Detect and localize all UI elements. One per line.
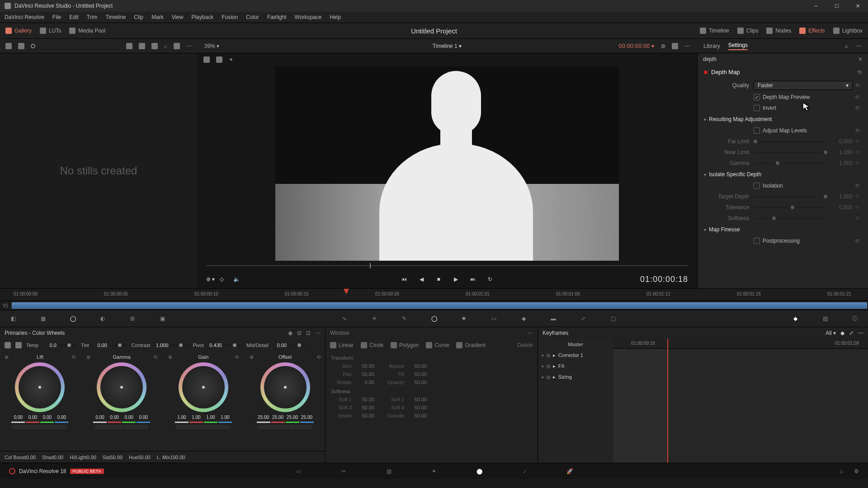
fusion-page-icon[interactable]: ✦	[429, 467, 439, 476]
edit-page-icon[interactable]: ▤	[384, 467, 393, 476]
wheel-channel-value[interactable]: 0.00	[108, 415, 121, 420]
isolation-reset-icon[interactable]: ⟲	[853, 183, 862, 189]
sf-value[interactable]: 50.00	[407, 405, 427, 410]
motion-effects-icon[interactable]: ▣	[158, 314, 166, 323]
adjust-value[interactable]: 50.00	[110, 455, 123, 460]
settings-tab[interactable]: Settings	[728, 42, 748, 50]
shape-linear[interactable]: Linear	[330, 342, 354, 348]
wheel-channel-value[interactable]: 0.00	[26, 415, 39, 420]
adjust-value[interactable]: 0.00	[270, 343, 287, 348]
minimize-button[interactable]: ─	[806, 0, 826, 12]
bypass-all-icon[interactable]: ⊘	[661, 43, 665, 49]
adjust-slider[interactable]	[224, 345, 242, 346]
magic-mask-icon[interactable]: ▭	[490, 314, 498, 323]
kf-tree-row[interactable]: ●◇▸Sizing	[538, 371, 613, 382]
adjust-slider[interactable]	[288, 345, 307, 346]
wheels-more-icon[interactable]: ⋯	[315, 330, 321, 336]
menu-item[interactable]: Timeline	[105, 14, 126, 20]
tf-value[interactable]: 50.00	[407, 380, 427, 385]
target-depth-slider[interactable]	[754, 196, 827, 197]
loop-button[interactable]: ↻	[486, 275, 495, 284]
deliver-page-icon[interactable]: 🚀	[565, 467, 574, 476]
warper-icon[interactable]: ✳	[370, 314, 378, 323]
menu-item[interactable]: View	[172, 14, 184, 20]
wheel-reset-icon[interactable]: ⟲	[235, 354, 239, 360]
wheel-channel-value[interactable]: 0.00	[137, 415, 150, 420]
quality-reset-icon[interactable]: ⟲	[853, 82, 862, 89]
expand-icon[interactable]	[174, 43, 180, 49]
maximize-button[interactable]: ☐	[826, 0, 847, 12]
wheel-channel-value[interactable]: 25.00	[286, 415, 299, 420]
postprocessing-checkbox[interactable]	[754, 238, 760, 244]
quality-select[interactable]: Faster▾	[754, 81, 853, 90]
kf-tree-row[interactable]: Master	[538, 339, 613, 350]
shape-circle[interactable]: Circle	[361, 342, 383, 348]
cut-page-icon[interactable]: ✂	[339, 467, 348, 476]
tf-value[interactable]: 50.00	[407, 371, 427, 377]
home-icon[interactable]: ⌂	[840, 468, 843, 474]
sf-value[interactable]: 50.00	[354, 397, 374, 402]
depth-preview-checkbox[interactable]	[754, 94, 760, 100]
timeline-toggle[interactable]: Timeline	[700, 28, 729, 34]
adjust-slider[interactable]	[58, 345, 76, 346]
media-page-icon[interactable]: ▭	[294, 467, 303, 476]
hdr-icon[interactable]: ◐	[99, 314, 107, 323]
wheel-channel-value[interactable]: 0.00	[93, 415, 107, 420]
inspector-more-icon[interactable]: ⋯	[856, 43, 862, 49]
adjust-value[interactable]: 0.00	[26, 455, 36, 460]
scopes-icon[interactable]: ▤	[821, 314, 829, 323]
isolation-checkbox[interactable]	[754, 183, 760, 189]
auto-balance-icon[interactable]	[5, 342, 11, 348]
viewer-canvas[interactable]	[197, 66, 697, 261]
gallery-toggle[interactable]: Gallery	[5, 28, 32, 34]
viewer-timecode[interactable]: 01:00:00:18	[640, 275, 688, 284]
prev-frame-button[interactable]: ◀	[417, 275, 426, 284]
wheels-mode-1-icon[interactable]: ◉	[288, 330, 292, 336]
adjust-levels-checkbox[interactable]	[754, 127, 760, 134]
viewer-more-icon[interactable]: ⋯	[684, 43, 690, 49]
3d-icon[interactable]: ▢	[609, 314, 617, 323]
mute-icon[interactable]: 🔈	[233, 276, 240, 282]
curves-icon[interactable]: ∿	[340, 314, 349, 323]
wheel-channel-value[interactable]: 1.00	[189, 415, 203, 420]
keyframes-icon[interactable]: ◆	[791, 314, 799, 323]
list-view-icon[interactable]	[151, 43, 158, 49]
menu-item[interactable]: Fusion	[222, 14, 238, 20]
adjust-value[interactable]: 0.435	[206, 343, 222, 348]
play-button[interactable]: ▶	[451, 275, 460, 284]
wheel-picker-icon[interactable]: ⊕	[86, 354, 90, 360]
keyframes-filter[interactable]: All ▾	[826, 330, 836, 336]
menu-item[interactable]: Playback	[191, 14, 213, 20]
next-frame-button[interactable]: ⏭	[468, 275, 477, 284]
color-wheel-gain[interactable]	[179, 362, 228, 412]
keyframe-lane[interactable]: 01:00:00:18 01:00:01:09	[613, 339, 868, 463]
camera-raw-icon[interactable]: ◧	[9, 314, 17, 323]
section-map-adjustment[interactable]: Resulting Map Adjustment	[698, 113, 868, 125]
kf-more-icon[interactable]: ⋯	[858, 330, 863, 336]
wheel-picker-icon[interactable]: ⊕	[5, 354, 9, 360]
first-frame-button[interactable]: ⏮	[400, 275, 409, 284]
delete-shape-button[interactable]: Delete	[517, 342, 533, 348]
library-tab[interactable]: Library	[703, 43, 720, 49]
bsm-icon[interactable]: ◆	[519, 314, 528, 323]
gamma-reset-icon[interactable]: ⟲	[853, 160, 862, 166]
menu-item[interactable]: Fairlight	[267, 14, 287, 20]
window-icon[interactable]: ◯	[430, 314, 438, 323]
wheel-channel-value[interactable]: 1.00	[218, 415, 232, 420]
shape-curve[interactable]: Curve	[426, 342, 449, 348]
sf-value[interactable]: 50.00	[407, 397, 427, 402]
inspector-search-icon[interactable]: ⌕	[845, 43, 848, 49]
split-screen-icon[interactable]	[216, 56, 222, 63]
postprocessing-reset-icon[interactable]: ⟲	[853, 238, 862, 244]
sort-icon[interactable]	[126, 43, 132, 49]
target-depth-value[interactable]: 1.000	[831, 193, 853, 200]
source-timecode[interactable]: 00:00:00:00 ▾	[619, 43, 655, 49]
tracker-icon[interactable]: ✸	[460, 314, 468, 323]
tf-value[interactable]: 50.00	[354, 363, 374, 369]
tolerance-slider[interactable]	[754, 207, 827, 208]
wheel-channel-value[interactable]: 0.00	[40, 415, 54, 420]
adjust-slider[interactable]	[109, 345, 127, 346]
export-stills-icon[interactable]	[18, 43, 24, 49]
adjust-value[interactable]: 0.00	[87, 455, 96, 460]
timeline-ruler[interactable]: 01:00:00:0001:00:00:0501:00:00:1001:00:0…	[0, 288, 868, 301]
